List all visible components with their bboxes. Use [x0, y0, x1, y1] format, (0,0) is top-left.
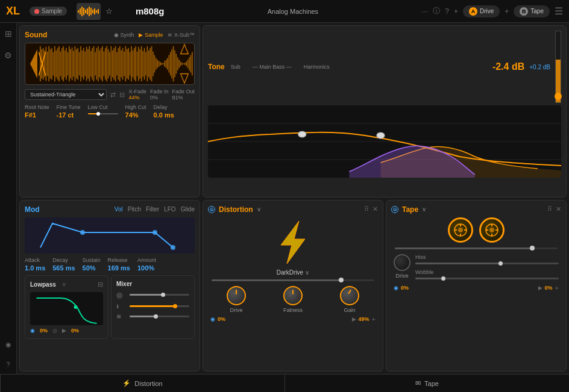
info-icon[interactable]: ⓘ	[433, 6, 440, 16]
tape-close[interactable]: ✕	[556, 205, 561, 213]
svg-rect-104	[171, 49, 172, 79]
svg-rect-69	[121, 51, 122, 78]
distortion-preset-arrow[interactable]: ∨	[305, 269, 309, 276]
low-cut-label: Low Cut	[88, 104, 118, 110]
sliders-icon[interactable]: ⚙	[4, 51, 12, 60]
distortion-visual	[208, 217, 378, 269]
distortion-main-slider-area	[208, 279, 378, 281]
loop-icon[interactable]: ⇄	[110, 91, 116, 99]
tape-add[interactable]: +	[555, 284, 559, 291]
gain-knob-label: Gain	[340, 307, 359, 313]
dist-power2[interactable]: ◉	[210, 316, 215, 322]
preset-select[interactable]: Sustained-Triangle	[25, 89, 107, 100]
distortion-dropdown[interactable]: ∨	[257, 206, 261, 213]
bottom-tab-distortion[interactable]: ⚡ Distortion	[0, 375, 285, 392]
svg-rect-26	[58, 46, 60, 81]
favorite-star[interactable]: ☆	[105, 7, 113, 16]
mixer-slider-2[interactable]	[130, 305, 189, 307]
tape-dropdown[interactable]: ∨	[422, 206, 426, 213]
svg-rect-42	[82, 51, 83, 78]
svg-rect-78	[134, 48, 135, 79]
tape-pill[interactable]: B Tape	[514, 5, 550, 17]
high-cut-label: High Cut	[125, 104, 146, 110]
tape-main-slider[interactable]	[395, 247, 558, 249]
svg-rect-32	[68, 52, 69, 76]
distortion-drag[interactable]: ⠿	[364, 205, 369, 213]
preset-group: Analog Machines	[169, 8, 417, 15]
distortion-main-slider[interactable]	[212, 279, 374, 281]
sample-mode[interactable]: ▶ Sample	[139, 32, 163, 38]
drive-knob-label: Drive	[227, 307, 246, 313]
bottom-tab-tape[interactable]: ✉ Tape	[285, 375, 569, 392]
hiss-slider[interactable]	[415, 263, 559, 264]
svg-point-138	[458, 228, 463, 232]
tape-power[interactable]: ⏻	[391, 206, 398, 213]
dist-play[interactable]: ▶	[352, 316, 356, 322]
hamburger-icon[interactable]: ☰	[555, 5, 563, 17]
mixer-title: Mixer	[116, 281, 132, 287]
svg-rect-50	[93, 46, 95, 81]
svg-rect-91	[152, 52, 154, 76]
add-chain2-icon[interactable]: +	[505, 7, 509, 16]
lowpass-settings[interactable]: ⊟	[98, 281, 103, 288]
drive-knob-group: Drive	[227, 286, 246, 313]
vol-tab[interactable]: Vol	[115, 206, 123, 213]
tape-knobs-row	[391, 217, 561, 243]
svg-rect-52	[96, 48, 98, 79]
svg-rect-96	[160, 62, 161, 66]
fine-tune-group: Fine Tune -17 ct	[57, 104, 81, 119]
xsub-mode[interactable]: ≋ X-Sub™	[168, 32, 195, 38]
tape-drive-knob[interactable]	[394, 254, 410, 271]
tape-val2: 0%	[545, 285, 553, 291]
root-note-value: F#1	[25, 111, 49, 119]
drive-knob[interactable]	[227, 286, 246, 305]
distortion-close[interactable]: ✕	[373, 205, 378, 213]
question-icon[interactable]: ?	[445, 7, 449, 16]
mod-params: Attack 1.0 ms Decay 565 ms Sustain 50% R…	[25, 257, 195, 272]
tape-drive-label: Drive	[394, 273, 410, 279]
mod-header: Mod Vol Pitch Filter LFO Glide	[25, 205, 195, 214]
drive-pill[interactable]: A Drive	[463, 5, 500, 17]
lowpass-dropdown[interactable]: ∨	[62, 281, 66, 287]
svg-rect-27	[60, 52, 61, 76]
filter-tab[interactable]: Filter	[146, 206, 159, 213]
svg-point-130	[171, 245, 175, 250]
glide-tab[interactable]: Glide	[181, 206, 195, 213]
grid-icon[interactable]: ⊞	[5, 29, 12, 39]
dist-val1: 0%	[218, 316, 225, 322]
low-cut-slider[interactable]	[88, 113, 118, 114]
more-options[interactable]: ···	[421, 7, 428, 16]
dist-val2: 49%	[359, 316, 369, 322]
fatness-knob-label: Fatness	[283, 307, 303, 313]
synth-mode[interactable]: ◉ Synth	[114, 32, 134, 38]
settings-icon[interactable]: ◉	[5, 341, 11, 349]
gain-knob[interactable]	[340, 286, 359, 305]
add-chain-icon[interactable]: +	[454, 7, 458, 16]
sustain-label: Sustain	[83, 257, 101, 263]
slice-icon[interactable]: ⊟	[119, 91, 125, 99]
distortion-power[interactable]: ⏻	[208, 206, 215, 213]
mixer-slider-1[interactable]	[130, 294, 189, 296]
tape-play[interactable]: ▶	[538, 285, 542, 291]
pitch-tab[interactable]: Pitch	[128, 206, 141, 213]
dist-add[interactable]: +	[372, 316, 376, 323]
lfo-tab[interactable]: LFO	[164, 206, 175, 213]
fatness-knob[interactable]	[283, 286, 303, 305]
svg-rect-60	[108, 49, 109, 79]
svg-rect-1	[80, 8, 81, 14]
mixer-slider-3[interactable]	[130, 316, 189, 317]
amount-group: Amount 100%	[137, 257, 156, 272]
tape-knob-right[interactable]	[479, 217, 505, 243]
svg-rect-76	[131, 46, 132, 81]
tape-power2[interactable]: ◉	[394, 285, 398, 291]
help-icon[interactable]: ?	[6, 361, 10, 368]
distortion-preset[interactable]: DarkDrive	[277, 269, 303, 276]
sample-button[interactable]: Sample	[30, 7, 67, 16]
tape-knob-left[interactable]	[448, 217, 473, 243]
lowpass-power[interactable]: ◉	[30, 328, 35, 334]
wobble-slider[interactable]	[415, 278, 559, 279]
svg-rect-68	[119, 46, 121, 81]
tape-drag[interactable]: ⠿	[547, 205, 552, 213]
sound-title: Sound	[25, 31, 47, 39]
svg-rect-44	[84, 52, 86, 76]
